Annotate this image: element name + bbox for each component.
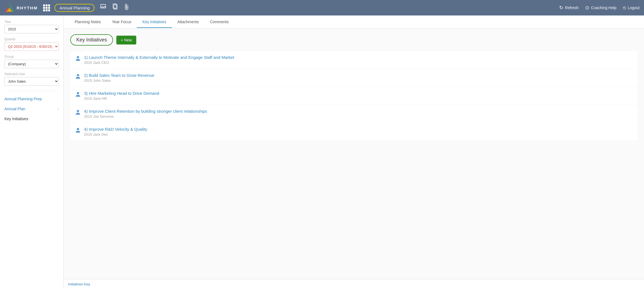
initiative-title: 1) Launch Theme Internally & Externally … [84, 55, 633, 60]
app-header: RHYTHM Annual Planning ↻ Refresh ⊙ Coach… [0, 0, 644, 15]
help-icon: ⊙ [585, 5, 589, 11]
person-icon [75, 109, 81, 116]
initiative-meta: 2015 Joe Services [84, 114, 633, 119]
clipboard-icon[interactable] [112, 4, 118, 12]
initiative-details: 3) Hire Marketing Head to Drive Demand 2… [84, 91, 633, 101]
tabs-bar: Planning Notes Year Focus Key Initiative… [64, 15, 644, 29]
selected-user-section: Selected User John Sales [4, 72, 59, 86]
refresh-icon: ↻ [559, 5, 563, 11]
chat-icon[interactable] [100, 4, 107, 12]
section-header: Key Initiatives + New [70, 34, 637, 46]
sidebar-divider [4, 91, 59, 91]
initiative-meta: 2015 Jack CEO [84, 61, 633, 65]
grid-icon[interactable] [43, 4, 50, 11]
sidebar: Year 2015 Quarter Q2 2015 (5/10/15 - 6/3… [0, 15, 64, 289]
tab-key-initiatives[interactable]: Key Initiatives [137, 16, 172, 28]
sidebar-item-key-initiatives[interactable]: Key Initiatives [4, 116, 59, 122]
initiative-title: 3) Hire Marketing Head to Drive Demand [84, 91, 633, 96]
initiative-details: 4) Improve Client Retention by building … [84, 109, 633, 119]
quarter-section: Quarter Q2 2015 (5/10/15 - 6/30/15) [4, 37, 59, 51]
initiatives-content: Key Initiatives + New 1) Launch Theme In… [64, 29, 644, 279]
person-icon [75, 55, 81, 62]
bottom-bar[interactable]: Initiatives Key [64, 279, 644, 289]
initiative-details: 1) Launch Theme Internally & Externally … [84, 55, 633, 65]
chevron-left-icon: ‹ [57, 107, 59, 111]
content-area: Planning Notes Year Focus Key Initiative… [64, 15, 644, 289]
initiative-details: 4) Improve R&D Velocity & Quality 2015 J… [84, 127, 633, 136]
initiative-meta: 2015 Jack Dev [84, 132, 633, 136]
quarter-select[interactable]: Q2 2015 (5/10/15 - 6/30/15) [4, 42, 59, 51]
svg-point-7 [77, 56, 79, 58]
tab-planning-notes[interactable]: Planning Notes [69, 16, 106, 28]
person-icon [75, 73, 81, 80]
tab-attachments[interactable]: Attachments [172, 16, 205, 28]
section-title: Key Initiatives [70, 34, 113, 46]
header-actions: ↻ Refresh ⊙ Coaching Help ⎋ Logout [559, 5, 640, 11]
initiative-meta: 2015 Jane HR [84, 96, 633, 101]
group-label: Group [4, 55, 59, 59]
person-icon [75, 91, 81, 98]
initiative-title: 4) Improve Client Retention by building … [84, 109, 633, 114]
coaching-help-button[interactable]: ⊙ Coaching Help [585, 5, 616, 11]
annual-planning-button[interactable]: Annual Planning [54, 4, 95, 12]
person-icon [75, 127, 81, 134]
logo-text: RHYTHM [17, 6, 38, 10]
year-section: Year 2015 [4, 20, 59, 33]
svg-point-11 [77, 128, 79, 130]
svg-point-9 [77, 92, 79, 94]
initiative-meta: 2015 John Sales [84, 78, 633, 83]
refresh-button[interactable]: ↻ Refresh [559, 5, 578, 11]
list-item[interactable]: 3) Hire Marketing Head to Drive Demand 2… [70, 87, 637, 104]
tab-year-focus[interactable]: Year Focus [106, 16, 137, 28]
initiative-title: 4) Improve R&D Velocity & Quality [84, 127, 633, 132]
list-item[interactable]: 4) Improve Client Retention by building … [70, 105, 637, 122]
logo: RHYTHM [4, 3, 38, 13]
selected-user-label: Selected User [4, 72, 59, 76]
logo-icon [4, 3, 14, 13]
new-initiative-button[interactable]: + New [116, 36, 136, 44]
list-item[interactable]: 2) Build Sales Team to Grow Revenue 2015… [70, 69, 637, 86]
sidebar-item-annual-planning-prep[interactable]: Annual Planning Prep [4, 96, 59, 102]
svg-point-8 [77, 74, 79, 76]
logout-button[interactable]: ⎋ Logout [623, 5, 640, 11]
selected-user-select[interactable]: John Sales [4, 77, 59, 86]
main-layout: Year 2015 Quarter Q2 2015 (5/10/15 - 6/3… [0, 15, 644, 289]
initiative-title: 2) Build Sales Team to Grow Revenue [84, 73, 633, 78]
list-item[interactable]: 4) Improve R&D Velocity & Quality 2015 J… [70, 123, 637, 140]
paperclip-icon[interactable] [124, 4, 129, 12]
logout-icon: ⎋ [623, 5, 626, 11]
tab-comments[interactable]: Comments [204, 16, 234, 28]
initiatives-key-link[interactable]: Initiatives Key [68, 282, 90, 286]
quarter-label: Quarter [4, 37, 59, 41]
sidebar-item-annual-plan[interactable]: Annual Plan ‹ [4, 106, 59, 112]
group-section: Group (Company) [4, 55, 59, 68]
header-icon-group [100, 4, 129, 12]
svg-point-10 [77, 110, 79, 112]
initiative-details: 2) Build Sales Team to Grow Revenue 2015… [84, 73, 633, 83]
group-select[interactable]: (Company) [4, 60, 59, 68]
list-item[interactable]: 1) Launch Theme Internally & Externally … [70, 51, 637, 69]
year-label: Year [4, 20, 59, 24]
year-select[interactable]: 2015 [4, 25, 59, 33]
